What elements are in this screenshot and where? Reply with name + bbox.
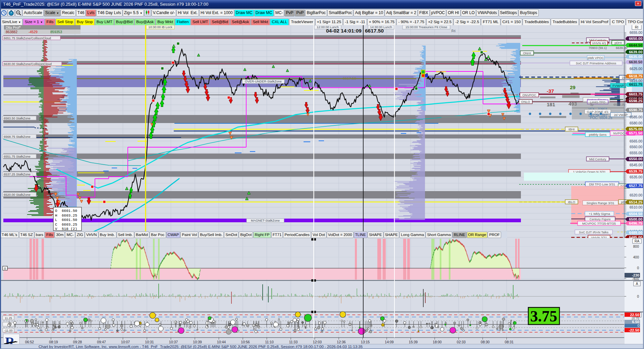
svg-text:6537.25 StalkZone: 6537.25 StalkZone bbox=[4, 172, 31, 176]
svg-text:6625.00: 6625.00 bbox=[630, 67, 642, 71]
svg-text:6545.00: 6545.00 bbox=[630, 163, 642, 167]
svg-text:O: O bbox=[55, 209, 57, 213]
svg-text:-230: -230 bbox=[632, 273, 639, 277]
svg-text:14:09: 14:09 bbox=[385, 340, 393, 344]
svg-text:6568.75 StalkZone: 6568.75 StalkZone bbox=[4, 135, 31, 138]
svg-text:H: H bbox=[55, 214, 57, 218]
svg-text:ONVPOC: ONVPOC bbox=[522, 93, 536, 97]
svg-text:6618.75: 6618.75 bbox=[629, 74, 642, 78]
svg-text:6535.00: 6535.00 bbox=[630, 175, 642, 179]
svg-text:C: C bbox=[55, 223, 57, 227]
svg-text:MAGNET-StalkZone: MAGNET-StalkZone bbox=[251, 219, 280, 222]
svg-text:6603.25: 6603.25 bbox=[62, 214, 77, 218]
svg-text:6603.25: 6603.25 bbox=[62, 223, 77, 227]
svg-text:800: 800 bbox=[633, 244, 639, 248]
svg-text:11:10: 11:10 bbox=[265, 340, 274, 344]
svg-text:15:39: 15:39 bbox=[409, 340, 418, 344]
svg-text:0: 0 bbox=[637, 266, 639, 270]
svg-text:6644.50: 6644.50 bbox=[629, 43, 642, 47]
svg-text:12:36: 12:36 bbox=[337, 340, 345, 344]
svg-text:+1 Wkly Sigma: +1 Wkly Sigma bbox=[589, 212, 610, 216]
svg-text:6583.50 StalkZone: 6583.50 StalkZone bbox=[4, 116, 31, 120]
svg-text:pWk VPOC: pWk VPOC bbox=[588, 56, 604, 60]
svg-text:6520.00 StalkZone: 6520.00 StalkZone bbox=[4, 193, 31, 196]
svg-text:V: V bbox=[55, 227, 57, 231]
svg-text:6520.00: 6520.00 bbox=[630, 193, 642, 197]
svg-text:Singles Range 3/31: Singles Range 3/31 bbox=[587, 201, 614, 205]
svg-text:11.25: 11.25 bbox=[5, 316, 12, 320]
svg-text:OVER-UNDER-StalkZone: OVER-UNDER-StalkZone bbox=[245, 79, 282, 83]
svg-text:181: 181 bbox=[547, 102, 555, 107]
svg-text:6555.00: 6555.00 bbox=[630, 151, 642, 155]
svg-text:6639.00: 6639.00 bbox=[616, 46, 627, 50]
svg-text:15:00:00 Treasuries Pit Close: 15:00:00 Treasuries Pit Close bbox=[406, 25, 447, 29]
svg-text:6485.00: 6485.00 bbox=[629, 235, 642, 238]
svg-text:FVWAP: FVWAP bbox=[612, 84, 624, 88]
svg-text:RI: RI bbox=[635, 25, 639, 29]
svg-text:6630.50: 6630.50 bbox=[629, 60, 642, 64]
svg-text:6650.00: 6650.00 bbox=[629, 37, 642, 41]
svg-text:Century Figure: Century Figure bbox=[590, 217, 611, 221]
svg-text:70903 (59.1): 70903 (59.1) bbox=[589, 46, 607, 50]
svg-text:6598.25: 6598.25 bbox=[629, 99, 642, 103]
svg-text:6565.00: 6565.00 bbox=[630, 139, 642, 143]
svg-text:6527.75: 6527.75 bbox=[629, 184, 642, 188]
svg-text:11:33: 11:33 bbox=[289, 340, 298, 344]
svg-text:6500.00: 6500.00 bbox=[629, 217, 642, 221]
svg-text:6615.00: 6615.00 bbox=[630, 79, 642, 83]
svg-text:6651.75 StalkZone/CollisonClou: 6651.75 StalkZone/CollisonCloud bbox=[4, 36, 51, 40]
svg-text:22.50: 22.50 bbox=[630, 313, 639, 317]
svg-text:VHVN 4/1: VHVN 4/1 bbox=[592, 41, 606, 45]
svg-text:VHVN 3/31: VHVN 3/31 bbox=[591, 236, 607, 238]
svg-text:10:31: 10:31 bbox=[145, 340, 154, 344]
svg-text:6539.75: 6539.75 bbox=[629, 169, 642, 173]
svg-text:10:44: 10:44 bbox=[217, 340, 226, 344]
svg-text:6635.00: 6635.00 bbox=[629, 55, 642, 59]
svg-text:MCVPOC 7/7/25-8/7/25: MCVPOC 7/7/25-8/7/25 bbox=[582, 222, 616, 225]
svg-text:6585.00: 6585.00 bbox=[630, 115, 642, 119]
svg-text:0: 0 bbox=[637, 324, 639, 328]
svg-text:6.50: 6.50 bbox=[632, 320, 639, 324]
svg-text:6510.00: 6510.00 bbox=[630, 205, 642, 209]
svg-text:06:52: 06:52 bbox=[25, 340, 34, 344]
svg-text:859353: 859353 bbox=[50, 30, 62, 34]
svg-text:6590.75: 6590.75 bbox=[629, 108, 642, 112]
svg-text:08:30: 08:30 bbox=[481, 340, 489, 344]
svg-text:10:37: 10:37 bbox=[169, 340, 178, 344]
svg-text:6580.00: 6580.00 bbox=[630, 121, 642, 125]
svg-text:10:56: 10:56 bbox=[241, 340, 250, 344]
svg-text:SoC DJT IRAN Talks: SoC DJT IRAN Talks bbox=[579, 230, 608, 234]
svg-text:400: 400 bbox=[633, 255, 639, 259]
svg-text:-37: -37 bbox=[547, 88, 554, 94]
svg-text:Mid Century: Mid Century bbox=[589, 157, 606, 161]
svg-text:0: 0 bbox=[4, 267, 6, 270]
svg-text:6560.00: 6560.00 bbox=[630, 145, 642, 149]
svg-text:-11.00: -11.00 bbox=[4, 329, 13, 332]
svg-text:6603.75: 6603.75 bbox=[629, 92, 642, 96]
svg-text:-22.50: -22.50 bbox=[629, 328, 639, 332]
svg-text:SoC DJT Primetime Address: SoC DJT Primetime Address bbox=[576, 61, 616, 65]
svg-text:6601.50: 6601.50 bbox=[62, 209, 77, 213]
svg-text:6630.00 StalkZone/CollisionClo: 6630.00 StalkZone/CollisionCloud bbox=[4, 62, 52, 66]
svg-text:6655.00: 6655.00 bbox=[630, 31, 642, 35]
svg-text:Fri: Fri bbox=[451, 29, 455, 33]
svg-text:02:33: 02:33 bbox=[457, 340, 466, 344]
svg-text:A: A bbox=[636, 282, 638, 286]
svg-text:POC: 6604.25: POC: 6604.25 bbox=[590, 116, 612, 120]
svg-text:6571.50: 6571.50 bbox=[629, 131, 642, 135]
svg-text:-4529: -4529 bbox=[29, 30, 38, 34]
svg-text:6514.25: 6514.25 bbox=[629, 200, 642, 204]
svg-text:IBLO: IBLO bbox=[568, 200, 575, 204]
svg-text:08:31: 08:31 bbox=[505, 340, 514, 344]
svg-text:04-02 14:01:09: 04-02 14:01:09 bbox=[326, 28, 362, 34]
svg-text:6601.50: 6601.50 bbox=[62, 218, 77, 222]
svg-text:Dlta Prof*: Dlta Prof* bbox=[6, 25, 21, 30]
svg-text:863882: 863882 bbox=[6, 30, 17, 34]
svg-text:L: L bbox=[55, 218, 57, 222]
svg-text:IBHI: IBHI bbox=[569, 127, 575, 131]
svg-text:Dbl TPO Low 3/31: Dbl TPO Low 3/31 bbox=[589, 182, 615, 186]
svg-text:ONLO: ONLO bbox=[521, 100, 530, 104]
svg-text:08:19: 08:19 bbox=[49, 340, 58, 344]
svg-text:10:30:00 IB Lock: 10:30:00 IB Lock bbox=[148, 25, 172, 29]
svg-text:10:39: 10:39 bbox=[193, 340, 202, 344]
